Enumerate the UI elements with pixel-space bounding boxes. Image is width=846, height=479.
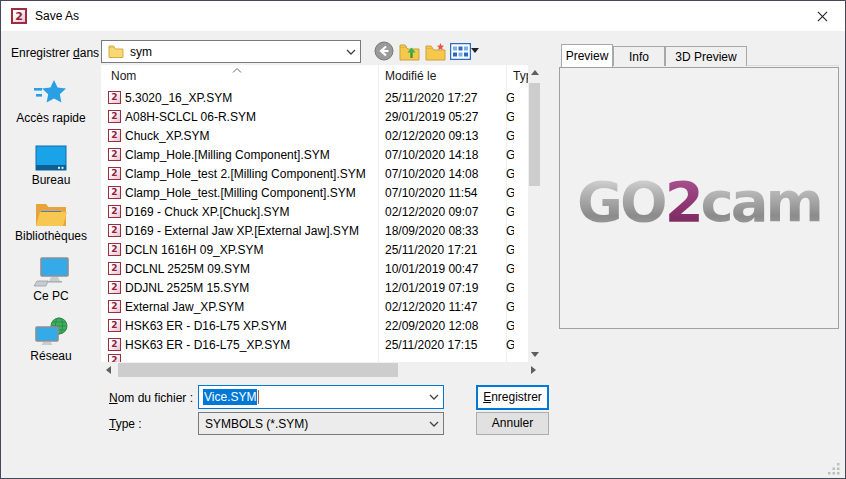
- sidebar-item-quick-access[interactable]: Accès rapide: [1, 75, 101, 125]
- text-caret: [258, 390, 259, 404]
- preview-panel: GO2cam: [559, 67, 839, 329]
- file-name: Clamp_Hole_test.[Milling Component].SYM: [125, 186, 378, 200]
- file-row-partial: [108, 354, 128, 362]
- back-button[interactable]: [373, 40, 395, 62]
- up-one-level-button[interactable]: [398, 40, 420, 62]
- file-type-dropdown[interactable]: SYMBOLS (*.SYM): [198, 412, 444, 435]
- file-row[interactable]: External Jaw_XP.SYM 02/12/2020 11:47 GO2…: [101, 297, 528, 316]
- horizontal-scrollbar[interactable]: [101, 362, 541, 378]
- sidebar-item-libraries[interactable]: Bibliothèques: [1, 193, 101, 243]
- resize-grip[interactable]: [828, 462, 841, 475]
- file-rows: 5.3020_16_XP.SYM 25/11/2020 17:27 GO2cam…: [101, 88, 528, 354]
- filename-label: Nom du fichier :: [109, 391, 193, 405]
- tab-info[interactable]: Info: [613, 46, 665, 66]
- chevron-down-icon[interactable]: [425, 421, 443, 427]
- scroll-down-icon[interactable]: [531, 352, 539, 357]
- file-type: GO2cam: [499, 281, 514, 295]
- places-sidebar: Accès rapide Bureau Bibliothèques: [1, 65, 101, 379]
- sidebar-item-this-pc[interactable]: Ce PC: [1, 253, 101, 303]
- list-header: Nom Modifié le Type: [101, 65, 528, 88]
- new-folder-button[interactable]: [424, 40, 446, 62]
- vertical-scrollbar-thumb[interactable]: [529, 83, 540, 186]
- file-type: GO2cam: [499, 300, 514, 314]
- file-row[interactable]: DCLNL 2525M 09.SYM 10/01/2019 00:47 GO2c…: [101, 259, 528, 278]
- file-row[interactable]: D169 - External Jaw XP.[External Jaw].SY…: [101, 221, 528, 240]
- scroll-up-icon[interactable]: [531, 70, 539, 75]
- close-button[interactable]: [800, 1, 845, 31]
- scroll-left-icon[interactable]: [106, 366, 111, 374]
- chevron-down-icon[interactable]: [425, 394, 443, 400]
- go2cam-file-icon: [108, 338, 121, 351]
- file-row[interactable]: HSK63 ER - D16-L75 XP.SYM 22/09/2020 12:…: [101, 316, 528, 335]
- filename-input[interactable]: Vice.SYM: [198, 385, 444, 409]
- file-row[interactable]: DCLN 1616H 09_XP.SYM 25/11/2020 17:21 GO…: [101, 240, 528, 259]
- file-row[interactable]: Clamp_Hole.[Milling Component].SYM 07/10…: [101, 145, 528, 164]
- file-row[interactable]: Chuck_XP.SYM 02/12/2020 09:13 GO2cam: [101, 126, 528, 145]
- go2cam-file-icon: [108, 186, 121, 199]
- go2cam-file-icon: [108, 262, 121, 275]
- sidebar-item-desktop[interactable]: Bureau: [1, 137, 101, 187]
- file-name: A08H-SCLCL 06-R.SYM: [125, 110, 378, 124]
- sidebar-item-label: Accès rapide: [1, 111, 101, 125]
- file-type: GO2cam: [499, 262, 514, 276]
- file-name: D169 - Chuck XP.[Chuck].SYM: [125, 205, 378, 219]
- column-header-type[interactable]: Type: [513, 65, 528, 88]
- tab-3d-preview[interactable]: 3D Preview: [665, 46, 747, 66]
- view-menu-caret-icon[interactable]: [471, 48, 479, 53]
- column-header-name[interactable]: Nom: [111, 65, 311, 88]
- go2cam-file-icon: [108, 91, 121, 104]
- file-row[interactable]: A08H-SCLCL 06-R.SYM 29/01/2019 05:27 GO2…: [101, 107, 528, 126]
- file-type: GO2cam: [499, 167, 514, 181]
- location-dropdown[interactable]: sym: [101, 40, 361, 63]
- file-type: GO2cam: [499, 243, 514, 257]
- this-pc-icon: [1, 253, 101, 287]
- view-menu-button[interactable]: [447, 40, 473, 62]
- go2cam-app-icon: [11, 8, 27, 24]
- file-modified-date: 25/11/2020 17:27: [378, 91, 499, 105]
- file-list: Nom Modifié le Type 5.3020_16_XP.SYM 25/…: [101, 65, 541, 378]
- file-name: DCLN 1616H 09_XP.SYM: [125, 243, 378, 257]
- file-row[interactable]: Clamp_Hole_test.[Milling Component].SYM …: [101, 183, 528, 202]
- go2cam-file-icon: [108, 205, 121, 218]
- file-row[interactable]: HSK63 ER - D16-L75_XP.SYM 25/11/2020 17:…: [101, 335, 528, 354]
- horizontal-scrollbar-thumb[interactable]: [118, 363, 398, 377]
- file-modified-date: 12/01/2019 07:19: [378, 281, 499, 295]
- file-type: GO2cam: [499, 224, 514, 238]
- column-header-modified[interactable]: Modifié le: [385, 65, 505, 88]
- file-name: Chuck_XP.SYM: [125, 129, 378, 143]
- file-name: 5.3020_16_XP.SYM: [125, 91, 378, 105]
- scroll-right-icon[interactable]: [531, 366, 536, 374]
- file-type: GO2cam: [499, 319, 514, 333]
- tab-preview[interactable]: Preview: [561, 44, 613, 67]
- save-in-label: Enregistrer dans :: [11, 46, 106, 60]
- file-type-value: SYMBOLS (*.SYM): [205, 417, 308, 431]
- file-modified-date: 02/12/2020 11:47: [378, 300, 499, 314]
- file-type: GO2cam: [499, 129, 514, 143]
- back-icon: [374, 41, 394, 61]
- file-modified-date: 07/10/2020 11:54: [378, 186, 499, 200]
- sidebar-item-network[interactable]: Réseau: [1, 313, 101, 363]
- go2cam-file-icon: [108, 300, 121, 313]
- file-modified-date: 18/09/2020 08:33: [378, 224, 499, 238]
- go2cam-file-icon: [108, 319, 121, 332]
- file-type: GO2cam: [499, 148, 514, 162]
- save-button[interactable]: Enregistrer: [476, 385, 549, 410]
- file-row[interactable]: DDJNL 2525M 15.SYM 12/01/2019 07:19 GO2c…: [101, 278, 528, 297]
- network-icon: [1, 313, 101, 347]
- vertical-scrollbar[interactable]: [528, 65, 541, 362]
- file-row[interactable]: D169 - Chuck XP.[Chuck].SYM 02/12/2020 0…: [101, 202, 528, 221]
- file-name: Clamp_Hole.[Milling Component].SYM: [125, 148, 378, 162]
- file-row[interactable]: Clamp_Hole_test 2.[Milling Component].SY…: [101, 164, 528, 183]
- file-name: External Jaw_XP.SYM: [125, 300, 378, 314]
- filename-value-selected: Vice.SYM: [203, 389, 257, 405]
- cancel-button[interactable]: Annuler: [476, 412, 549, 435]
- go2cam-file-icon: [108, 148, 121, 161]
- file-modified-date: 10/01/2019 00:47: [378, 262, 499, 276]
- window-title: Save As: [35, 1, 79, 31]
- up-one-level-icon: [399, 42, 420, 61]
- go2cam-file-icon: [108, 167, 121, 180]
- file-row[interactable]: 5.3020_16_XP.SYM 25/11/2020 17:27 GO2cam: [101, 88, 528, 107]
- file-type: GO2cam: [499, 338, 514, 352]
- title-bar[interactable]: Save As: [1, 1, 845, 31]
- file-modified-date: 29/01/2019 05:27: [378, 110, 499, 124]
